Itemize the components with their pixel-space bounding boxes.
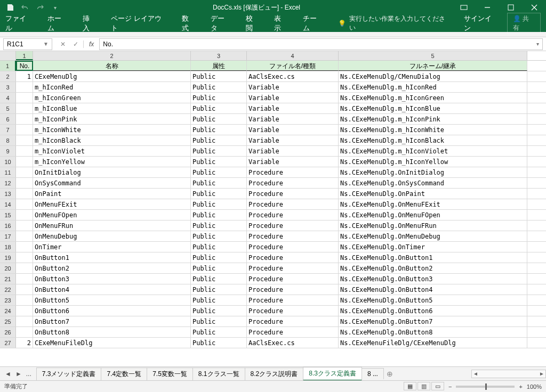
cell[interactable]: Ns.CExeMenuDlg.OnMenuFExit — [339, 199, 527, 209]
cell[interactable] — [16, 316, 33, 326]
cell[interactable]: Variable — [247, 114, 339, 124]
cell[interactable] — [16, 295, 33, 305]
cell[interactable] — [16, 125, 33, 135]
cell[interactable]: Procedure — [247, 327, 339, 337]
cell[interactable]: Public — [191, 125, 247, 135]
cell[interactable]: Ns.CExeMenuDlg.OnSysCommand — [339, 178, 527, 188]
cell[interactable]: OnButton8 — [33, 327, 191, 337]
cell[interactable] — [16, 210, 33, 220]
row-header[interactable]: 27 — [0, 338, 16, 348]
spreadsheet-grid[interactable]: 1 2 3 4 5 1 No. 名称 属性 ファイル名/種類 フルネーム/継承 … — [0, 51, 546, 366]
cell[interactable]: m_hIconYellow — [33, 157, 191, 167]
cell[interactable]: Ns.CExeMenuDlg.OnMenuDebug — [339, 231, 527, 241]
cell[interactable]: Procedure — [247, 252, 339, 263]
cell[interactable]: 2 — [16, 338, 33, 348]
cell[interactable]: Ns.CExeMenuDlg.m_hIconViolet — [339, 146, 527, 156]
cell[interactable] — [16, 220, 33, 231]
cell[interactable]: Ns.CExeMenuDlg.OnButton2 — [339, 263, 527, 273]
cell[interactable]: 名称 — [33, 61, 191, 71]
cell[interactable] — [16, 103, 33, 113]
cell[interactable]: Ns.CExeMenuDlg.OnTimer — [339, 242, 527, 252]
col-header[interactable]: 5 — [339, 51, 527, 60]
enter-formula-icon[interactable]: ✓ — [70, 40, 81, 48]
cell[interactable]: Ns.CExeMenuDlg.OnButton8 — [339, 327, 527, 337]
tab-team[interactable]: チーム — [303, 14, 323, 33]
page-layout-view-icon[interactable]: ▥ — [417, 382, 430, 390]
cell[interactable] — [16, 167, 33, 177]
tab-review[interactable]: 校閲 — [246, 14, 259, 33]
row-header[interactable]: 1 — [0, 61, 16, 71]
cell[interactable]: Public — [191, 327, 247, 337]
cell[interactable]: Public — [191, 338, 247, 348]
sheet-nav-next-icon[interactable]: ► — [14, 370, 23, 378]
cell[interactable]: OnMenuFOpen — [33, 210, 191, 220]
cell[interactable]: Procedure — [247, 189, 339, 199]
page-break-view-icon[interactable]: ▭ — [431, 382, 444, 390]
cell[interactable]: Ns.CExeMenuDlg.m_hIconBlack — [339, 135, 527, 145]
cell[interactable] — [16, 178, 33, 188]
cell[interactable]: Ns.CExeMenuDlg.m_hIconRed — [339, 82, 527, 92]
tab-layout[interactable]: ページ レイアウト — [111, 14, 167, 33]
cell[interactable]: OnMenuFExit — [33, 199, 191, 209]
row-header[interactable]: 17 — [0, 231, 16, 241]
cell[interactable]: m_hIconRed — [33, 82, 191, 92]
chevron-down-icon[interactable]: ▼ — [43, 41, 49, 47]
cell[interactable]: Ns.CExeMenuDlg.OnButton1 — [339, 252, 527, 263]
cell[interactable]: OnInitDialog — [33, 167, 191, 177]
row-header[interactable]: 14 — [0, 199, 16, 209]
cell[interactable]: Public — [191, 178, 247, 188]
cell[interactable]: Public — [191, 210, 247, 220]
cell[interactable]: Public — [191, 93, 247, 103]
undo-icon[interactable] — [19, 2, 31, 13]
cell[interactable]: m_hIconGreen — [33, 93, 191, 103]
tab-data[interactable]: データ — [211, 14, 231, 33]
cell[interactable]: Public — [191, 157, 247, 167]
cell[interactable]: OnButton3 — [33, 274, 191, 284]
select-all-corner[interactable] — [0, 51, 16, 60]
cell[interactable] — [16, 135, 33, 145]
zoom-in-icon[interactable]: + — [519, 383, 522, 390]
cell[interactable] — [16, 82, 33, 92]
row-header[interactable]: 15 — [0, 210, 16, 220]
cell[interactable]: No. — [16, 61, 33, 71]
cell[interactable]: Ns.CExeMenuDlg.OnInitDialog — [339, 167, 527, 177]
cell[interactable]: Public — [191, 274, 247, 284]
cell[interactable] — [16, 284, 33, 295]
cancel-formula-icon[interactable]: ✕ — [58, 40, 68, 48]
cell[interactable]: Ns.CExeMenuDlg.m_hIconBlue — [339, 103, 527, 113]
cell[interactable]: CExeMenuDlg — [33, 71, 191, 81]
row-header[interactable]: 21 — [0, 274, 16, 284]
sheet-tab-active[interactable]: 8.3クラス定義書 — [303, 367, 362, 381]
row-header[interactable]: 7 — [0, 125, 16, 135]
cell[interactable]: OnButton6 — [33, 306, 191, 316]
row-header[interactable]: 20 — [0, 263, 16, 273]
cell[interactable] — [16, 199, 33, 209]
tell-me-search[interactable]: 💡 実行したい作業を入力してください — [338, 14, 449, 32]
cell[interactable]: Public — [191, 306, 247, 316]
cell[interactable]: m_hIconBlack — [33, 135, 191, 145]
cell[interactable] — [16, 274, 33, 284]
cell[interactable]: Ns.CExeMenuDlg.OnMenuFRun — [339, 220, 527, 231]
cell[interactable]: Ns.CExeMenuDlg.m_hIconGreen — [339, 93, 527, 103]
cell[interactable]: OnButton2 — [33, 263, 191, 273]
cell[interactable]: Procedure — [247, 316, 339, 326]
cell[interactable]: Public — [191, 167, 247, 177]
row-header[interactable]: 3 — [0, 82, 16, 92]
cell[interactable]: Procedure — [247, 295, 339, 305]
share-button[interactable]: 👤 共有 — [507, 13, 541, 34]
cell[interactable]: 1 — [16, 71, 33, 81]
cell[interactable] — [16, 114, 33, 124]
redo-icon[interactable] — [34, 2, 46, 13]
cell[interactable]: Procedure — [247, 199, 339, 209]
row-header[interactable]: 8 — [0, 135, 16, 145]
cell[interactable]: OnButton7 — [33, 316, 191, 326]
row-header[interactable]: 5 — [0, 103, 16, 113]
scroll-left-icon[interactable]: ◄ — [472, 371, 479, 377]
cell[interactable]: ファイル名/種類 — [247, 61, 339, 71]
col-header[interactable]: 2 — [33, 51, 191, 60]
tab-formulas[interactable]: 数式 — [182, 14, 195, 33]
cell[interactable]: CExeMenuFileDlg — [33, 338, 191, 348]
cell[interactable]: Procedure — [247, 274, 339, 284]
normal-view-icon[interactable]: ▦ — [404, 382, 416, 390]
row-header[interactable]: 10 — [0, 157, 16, 167]
